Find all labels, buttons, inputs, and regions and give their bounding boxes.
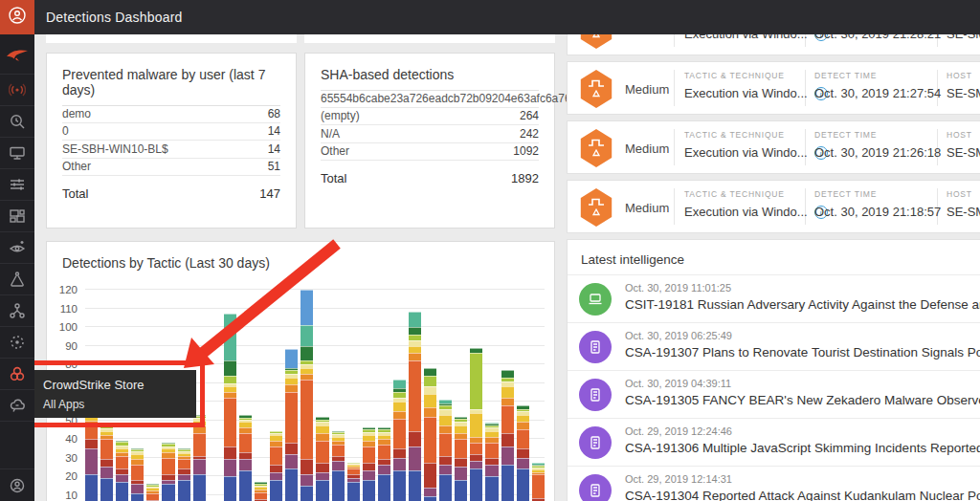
bar-segment: [501, 398, 514, 405]
stacked-bar[interactable]: [193, 415, 206, 501]
bar-segment: [301, 486, 313, 501]
bar-segment: [270, 447, 282, 466]
value-text: SE-SMC-: [947, 86, 980, 100]
bar-segment: [285, 443, 298, 454]
row-value: 14: [268, 124, 280, 138]
stacked-bar[interactable]: [455, 417, 467, 501]
prevented-malware-card: Prevented malware by user (last 7 days) …: [46, 53, 297, 229]
stacked-bar[interactable]: [146, 484, 159, 501]
stacked-bar[interactable]: [85, 411, 98, 501]
bar-segment: [455, 480, 467, 501]
latest-intelligence-card: Latest intelligence Oct. 30, 2019 11:01:…: [567, 239, 980, 501]
column-label: HOST: [947, 130, 980, 140]
sidebar-item-store[interactable]: [0, 359, 34, 390]
bar-segment: [393, 402, 406, 411]
column-value: Oct. 30, 2019 21:27:54: [814, 86, 941, 100]
y-axis-tick-label: 100: [49, 321, 78, 333]
bar-segment: [470, 353, 482, 409]
stacked-bar[interactable]: [470, 348, 482, 501]
stacked-bar[interactable]: [363, 427, 375, 501]
sidebar-item-support[interactable]: [0, 390, 34, 422]
detect-time-column: DETECT TIMEOct. 30, 2019 21:27:54: [814, 71, 941, 100]
bar-segment: [301, 380, 313, 460]
store-tooltip-all-apps[interactable]: All Apps: [43, 398, 185, 411]
bar-segment: [409, 431, 421, 447]
intel-title: Latest intelligence: [568, 240, 980, 274]
bar-segment: [409, 346, 421, 354]
sidebar-item-user[interactable]: [0, 469, 34, 501]
bar-segment: [393, 411, 406, 419]
bar-segment: [270, 480, 282, 501]
stacked-bar[interactable]: [224, 314, 236, 501]
stacked-bar[interactable]: [270, 431, 282, 501]
table-row: (empty)264: [321, 108, 539, 126]
sidebar-item-investigate[interactable]: [0, 106, 34, 138]
bar-segment: [501, 433, 514, 447]
sidebar-item-configuration[interactable]: [0, 169, 34, 201]
stacked-bar[interactable]: [424, 368, 436, 501]
detection-row[interactable]: MediumTACTIC & TECHNIQUEExecution via Wi…: [567, 180, 980, 233]
stacked-bar[interactable]: [178, 448, 190, 501]
row-value: 68: [268, 107, 280, 120]
stacked-bar[interactable]: [316, 417, 328, 501]
intelligence-text: Oct. 29, 2019 12:14:31CSA-191304 Reporte…: [625, 473, 980, 501]
y-axis-tick-label: 110: [49, 303, 78, 315]
column-value: Oct. 30, 2019 21:26:18: [814, 145, 941, 160]
sidebar-item-discover[interactable]: [0, 232, 34, 264]
sidebar-item-intelligence[interactable]: [0, 264, 34, 295]
intelligence-item[interactable]: Oct. 29, 2019 12:14:31CSA-191304 Reporte…: [568, 466, 980, 501]
bar-segment: [439, 433, 452, 455]
stacked-bar[interactable]: [301, 290, 313, 501]
pulse-icon: [587, 196, 606, 219]
stacked-bar[interactable]: [501, 370, 514, 501]
detect-time-column: DETECT TIMEOct. 30, 2019 21:26:18: [814, 130, 941, 160]
bar-segment: [424, 376, 436, 387]
bar-segment: [517, 468, 529, 501]
avatar-icon: [7, 5, 28, 30]
stacked-bar[interactable]: [255, 482, 267, 501]
stacked-bar[interactable]: [285, 349, 298, 501]
stacked-bar[interactable]: [347, 463, 360, 501]
stacked-bar[interactable]: [239, 415, 252, 501]
detection-row[interactable]: MediumTACTIC & TECHNIQUEExecution via Wi…: [567, 120, 980, 174]
stacked-bar[interactable]: [131, 448, 144, 501]
table-total-row: Total 1892: [305, 171, 554, 185]
intelligence-item[interactable]: Oct. 30, 2019 06:25:49CSA-191307 Plans t…: [568, 322, 980, 370]
column-label: DETECT TIME: [814, 130, 941, 140]
sidebar-item-falcon-logo[interactable]: [0, 34, 34, 75]
bar-segment: [270, 465, 282, 472]
y-axis-tick-label: 20: [49, 470, 78, 482]
stacked-bar[interactable]: [116, 441, 128, 501]
stacked-bar[interactable]: [409, 312, 421, 501]
stacked-bar[interactable]: [485, 423, 498, 501]
intelligence-item[interactable]: Oct. 30, 2019 04:39:11CSA-191305 FANCY B…: [568, 370, 980, 418]
sidebar-item-hosts[interactable]: [0, 138, 34, 169]
bar-segment: [363, 480, 375, 501]
intelligence-item[interactable]: Oct. 30, 2019 11:01:25CSIT-19181 Russian…: [568, 274, 980, 322]
sidebar-item-dashboards[interactable]: [0, 201, 34, 232]
tactic-column: TACTIC & TECHNIQUEExecution via Windo...…: [684, 71, 828, 100]
row-label: demo: [62, 107, 91, 120]
stacked-bar[interactable]: [100, 424, 113, 501]
stacked-bar[interactable]: [532, 463, 545, 501]
user-menu-button[interactable]: [0, 0, 34, 34]
stacked-bar[interactable]: [162, 443, 174, 501]
stacked-bar[interactable]: [439, 400, 452, 501]
sidebar-item-activity[interactable]: [0, 75, 34, 106]
tactic-column: TACTIC & TECHNIQUEExecution via Windo...…: [684, 189, 828, 219]
value-text: Oct. 30, 2019 21:18:57: [814, 205, 941, 219]
sidebar-item-workflows[interactable]: [0, 295, 34, 327]
intelligence-item[interactable]: Oct. 29, 2019 12:24:46CSA-191306 Multipl…: [568, 418, 980, 466]
column-value: Execution via Windo...i: [684, 145, 828, 160]
y-axis-tick-label: 120: [49, 284, 78, 295]
bar-segment: [224, 476, 236, 501]
stacked-bar[interactable]: [332, 431, 345, 501]
bar-segment: [316, 472, 328, 480]
bar-segment: [409, 447, 421, 470]
stacked-bar[interactable]: [378, 427, 390, 501]
sidebar-item-settings[interactable]: [0, 327, 34, 359]
bar-segment: [316, 433, 328, 441]
stacked-bar[interactable]: [393, 380, 406, 501]
stacked-bar[interactable]: [517, 405, 529, 501]
detection-row[interactable]: MediumTACTIC & TECHNIQUEExecution via Wi…: [567, 61, 980, 115]
